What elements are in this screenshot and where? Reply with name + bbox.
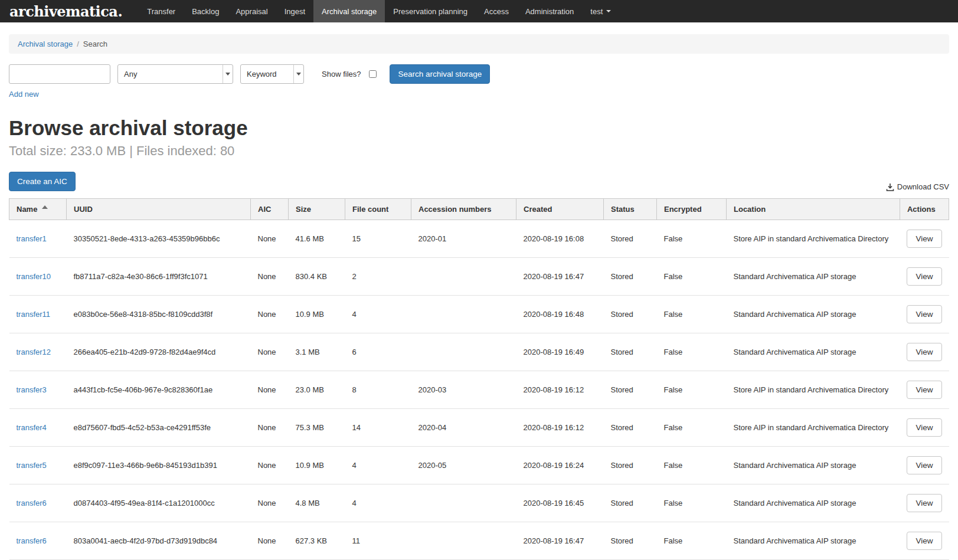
column-header-file-count[interactable]: File count [345, 199, 411, 220]
cell-aic: None [251, 220, 289, 258]
search-type-select[interactable]: Keyword [240, 64, 304, 84]
column-header-status[interactable]: Status [604, 199, 657, 220]
show-files-checkbox[interactable] [369, 70, 377, 78]
cell-size: 75.3 MB [289, 409, 345, 447]
nav-item-access[interactable]: Access [476, 0, 517, 22]
view-button[interactable]: View [907, 267, 941, 286]
cell-status: Stored [604, 409, 657, 447]
column-header-accession-numbers[interactable]: Accession numbers [411, 199, 516, 220]
cell-actions: View [900, 409, 949, 447]
search-archival-storage-button[interactable]: Search archival storage [390, 64, 490, 84]
cell-actions: View [900, 220, 949, 258]
cell-location: Standard Archivematica AIP storage [727, 296, 900, 333]
transfer-name-link[interactable]: transfer10 [17, 272, 51, 281]
transfer-name-link[interactable]: transfer11 [17, 310, 51, 319]
breadcrumb: Archival storage/Search [9, 34, 949, 54]
search-type-selected-value: Keyword [241, 70, 293, 78]
view-button[interactable]: View [907, 343, 941, 361]
cell-encrypted: False [657, 371, 727, 409]
user-menu-label: test [590, 7, 603, 16]
view-button[interactable]: View [907, 230, 941, 248]
cell-size: 10.9 MB [289, 447, 345, 484]
transfer-name-link[interactable]: transfer6 [17, 499, 47, 507]
cell-status: Stored [604, 371, 657, 409]
table-row: transfer12 266ea405-e21b-42d9-9728-f82d4… [9, 333, 949, 371]
view-button[interactable]: View [907, 381, 941, 399]
view-button[interactable]: View [907, 305, 941, 323]
transfer-name-link[interactable]: transfer5 [17, 461, 47, 470]
nav-item-ingest[interactable]: Ingest [276, 0, 313, 22]
cell-aic: None [251, 371, 289, 409]
table-toolbar: Create an AIC Download CSV [9, 172, 949, 191]
transfer-name-link[interactable]: transfer12 [17, 348, 51, 356]
cell-file-count: 8 [345, 371, 411, 409]
cell-status: Stored [604, 484, 657, 522]
cell-accession-numbers [411, 296, 516, 333]
cell-status: Stored [604, 220, 657, 258]
breadcrumb-separator: / [77, 40, 79, 48]
transfer-name-link[interactable]: transfer3 [17, 385, 47, 394]
nav-item-backlog[interactable]: Backlog [184, 0, 227, 22]
transfer-name-link[interactable]: transfer6 [17, 536, 47, 545]
cell-created: 2020-08-19 16:49 [516, 333, 604, 371]
cell-file-count: 15 [345, 220, 411, 258]
cell-name: transfer10 [9, 258, 67, 296]
cell-file-count: 2 [345, 258, 411, 296]
breadcrumb-current: Search [83, 40, 107, 48]
cell-aic: None [251, 409, 289, 447]
view-button[interactable]: View [907, 532, 941, 550]
nav-item-appraisal[interactable]: Appraisal [227, 0, 276, 22]
cell-encrypted: False [657, 409, 727, 447]
cell-encrypted: False [657, 447, 727, 484]
search-field-select[interactable]: Any [117, 64, 233, 84]
cell-location: Store AIP in standard Archivematica Dire… [727, 371, 900, 409]
cell-size: 23.0 MB [289, 371, 345, 409]
nav-item-administration[interactable]: Administration [517, 0, 582, 22]
cell-encrypted: False [657, 258, 727, 296]
column-header-location[interactable]: Location [727, 199, 900, 220]
view-button[interactable]: View [907, 456, 941, 474]
column-header-size[interactable]: Size [289, 199, 345, 220]
cell-size: 41.6 MB [289, 220, 345, 258]
user-menu[interactable]: test [582, 0, 619, 22]
table-row: transfer10 fb8711a7-c82a-4e30-86c6-1ff9f… [9, 258, 949, 296]
cell-created: 2020-08-19 16:47 [516, 522, 604, 560]
cell-size: 10.9 MB [289, 296, 345, 333]
column-header-name[interactable]: Name [9, 199, 67, 220]
cell-created: 2020-08-19 16:08 [516, 220, 604, 258]
cell-uuid: 266ea405-e21b-42d9-9728-f82d4ae9f4cd [67, 333, 251, 371]
cell-created: 2020-08-19 16:45 [516, 484, 604, 522]
cell-location: Store AIP in standard Archivematica Dire… [727, 220, 900, 258]
column-header-actions: Actions [900, 199, 949, 220]
cell-uuid: e083b0ce-56e8-4318-85bc-f8109cdd3f8f [67, 296, 251, 333]
archivematica-logo[interactable]: archivematica. [0, 0, 139, 22]
column-header-encrypted[interactable]: Encrypted [657, 199, 727, 220]
cell-actions: View [900, 484, 949, 522]
cell-size: 627.3 KB [289, 522, 345, 560]
table-header-row: Name UUID AIC Size File count Accession … [9, 199, 949, 220]
breadcrumb-archival-storage[interactable]: Archival storage [18, 40, 73, 48]
cell-encrypted: False [657, 333, 727, 371]
cell-actions: View [900, 371, 949, 409]
cell-uuid: e8f9c097-11e3-466b-9e6b-845193d1b391 [67, 447, 251, 484]
view-button[interactable]: View [907, 494, 941, 512]
cell-uuid: fb8711a7-c82a-4e30-86c6-1ff9f3fc1071 [67, 258, 251, 296]
create-aic-button[interactable]: Create an AIC [9, 172, 76, 191]
transfer-name-link[interactable]: transfer4 [17, 423, 47, 432]
download-csv-link[interactable]: Download CSV [886, 182, 949, 191]
cell-aic: None [251, 447, 289, 484]
nav-item-preservation-planning[interactable]: Preservation planning [385, 0, 476, 22]
view-button[interactable]: View [907, 418, 941, 437]
column-header-aic[interactable]: AIC [251, 199, 289, 220]
cell-uuid: 803a0041-aecb-4f2d-97bd-d73d919dbc84 [67, 522, 251, 560]
column-header-uuid[interactable]: UUID [67, 199, 251, 220]
column-header-created[interactable]: Created [516, 199, 604, 220]
nav-item-transfer[interactable]: Transfer [139, 0, 184, 22]
transfer-name-link[interactable]: transfer1 [17, 234, 47, 243]
chevron-down-icon [293, 65, 303, 83]
add-new-link[interactable]: Add new [9, 90, 39, 99]
nav-item-archival-storage[interactable]: Archival storage [313, 0, 385, 22]
cell-accession-numbers [411, 484, 516, 522]
cell-aic: None [251, 333, 289, 371]
search-query-input[interactable] [9, 64, 110, 84]
